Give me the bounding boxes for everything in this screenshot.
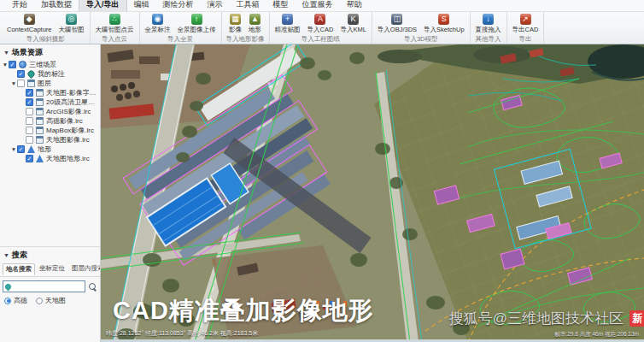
scene-panel-header[interactable]: ▼ 场景资源: [0, 44, 100, 60]
search-tab[interactable]: 地名搜索: [3, 263, 35, 275]
ribbon-group-buttons: ∴大疆智图点云: [93, 12, 137, 35]
ribbon-button[interactable]: ◫导入OBJ/3DS: [375, 13, 419, 35]
ribbon-button[interactable]: A导入CAD: [305, 13, 337, 35]
ribbon-button[interactable]: ∴大疆智图点云: [93, 13, 137, 35]
layer-checkbox[interactable]: [17, 80, 25, 87]
tree-item[interactable]: ✓天地图-影像字体w1(含标注服务...: [2, 88, 100, 97]
ribbon-group-caption: 导出: [510, 35, 542, 44]
search-tab[interactable]: 坐标定位: [37, 263, 67, 275]
ribbon-button[interactable]: ▦影像: [226, 13, 244, 35]
layer-checkbox[interactable]: [26, 136, 33, 144]
ribbon-group-caption: 导入3D模型: [375, 35, 467, 44]
tree-item[interactable]: ✓天地图地形.lrc: [2, 154, 100, 163]
layer-checkbox[interactable]: [26, 108, 33, 115]
ribbon-group: +精准贴图A导入CADK导入KML导入工程图纸: [270, 12, 372, 44]
ribbon-button-label: 地形: [249, 26, 261, 34]
tree-item[interactable]: ▼图层: [2, 79, 100, 88]
ribbon-tab-bar: 开始加载数据导入/导出编辑测绘分析演示工具箱模型位置服务帮助: [0, 0, 644, 12]
ribbon-button-label: 全景标注: [145, 26, 171, 34]
search-tab[interactable]: 图层内搜索: [69, 263, 101, 275]
search-icon[interactable]: [88, 282, 97, 292]
ribbon-tab[interactable]: 开始: [5, 0, 34, 11]
collapse-triangle-icon: ▼: [3, 50, 9, 56]
ribbon-button[interactable]: ▲地形: [246, 13, 264, 35]
radio-icon[interactable]: [4, 298, 11, 304]
screen-icon: [36, 117, 44, 125]
ribbon-button[interactable]: K导入KML: [337, 13, 368, 35]
search-provider-option[interactable]: 天地图: [36, 296, 66, 305]
tree-item-label: 天地图地形.lrc: [46, 154, 90, 163]
ribbon-button[interactable]: S导入SketchUp: [421, 13, 467, 35]
tree-item[interactable]: ▼✓地形: [2, 144, 100, 154]
ribbon-button-label: 导出CAD: [512, 26, 539, 34]
ribbon-button[interactable]: ↓直接拖入: [473, 13, 504, 35]
screen-icon: [36, 136, 44, 144]
screen-icon: [27, 80, 35, 87]
ribbon-tab[interactable]: 导入/导出: [79, 0, 127, 11]
import-sketchup-icon: S: [438, 14, 449, 25]
import-cad-icon: A: [314, 14, 325, 25]
search-panel-header[interactable]: ▼ 搜索: [0, 247, 100, 262]
tree-item[interactable]: ▼✓三维场景: [2, 60, 100, 69]
layer-checkbox[interactable]: [26, 117, 33, 125]
ribbon-button[interactable]: ◆ContextCapture: [4, 13, 55, 34]
tree-item[interactable]: ✓20级高清卫星影像.lrc: [2, 97, 100, 107]
layer-checkbox[interactable]: ✓: [26, 98, 33, 106]
ribbon-tab[interactable]: 模型: [266, 0, 296, 11]
tree-item-label: ArcGIS影像.lrc: [46, 107, 91, 116]
status-coordinates: 纬度:28.1262° 经度:113.0853° 高程:46.2米 视高:218…: [106, 329, 258, 338]
ribbon-button[interactable]: ↗导出CAD: [510, 13, 542, 35]
search-provider-option[interactable]: 高德: [4, 296, 27, 305]
tree-item-label: 天地图影像.lrc: [46, 135, 90, 144]
search-provider-radios: 高德天地图: [0, 294, 100, 310]
ribbon-tab[interactable]: 帮助: [340, 0, 369, 11]
tree-item[interactable]: ✓我的标注: [2, 69, 100, 79]
layer-checkbox[interactable]: ✓: [9, 61, 16, 68]
export-cad-icon: ↗: [520, 14, 531, 25]
ribbon-button[interactable]: ◉全景标注: [143, 13, 173, 35]
layer-tree: ▼✓三维场景✓我的标注▼图层✓天地图-影像字体w1(含标注服务...✓20级高清…: [0, 60, 100, 163]
ribbon-button-label: 大疆智图点云: [96, 26, 134, 34]
tree-item[interactable]: 高德影像.lrc: [2, 116, 100, 126]
ribbon-button[interactable]: ◎大疆智图: [56, 13, 87, 35]
import-obj-icon: ◫: [391, 14, 402, 25]
ribbon-tab[interactable]: 位置服务: [296, 0, 340, 11]
ribbon-group-buttons: ↗导出CAD: [510, 12, 542, 35]
provider-label: 高德: [14, 296, 27, 305]
ribbon-button-label: 导入CAD: [307, 26, 334, 34]
ribbon-button-label: 全景图像上传: [178, 26, 216, 34]
ribbon-tab[interactable]: 加载数据: [34, 0, 79, 11]
ribbon-tab[interactable]: 编辑: [127, 0, 156, 11]
ribbon-tab[interactable]: 工具箱: [230, 0, 266, 11]
ribbon-group-buttons: +精准贴图A导入CADK导入KML: [272, 12, 369, 35]
tree-item-label: 20级高清卫星影像.lrc: [46, 97, 100, 107]
ribbon-button[interactable]: ↑全景图像上传: [175, 13, 219, 35]
layer-checkbox[interactable]: ✓: [17, 145, 25, 153]
ribbon-button-label: 导入OBJ/3DS: [378, 26, 417, 34]
expander-icon[interactable]: ▼: [10, 146, 17, 152]
tree-item[interactable]: ArcGIS影像.lrc: [2, 107, 100, 116]
ribbon-group-buttons: ↓直接拖入: [473, 12, 504, 35]
layer-checkbox[interactable]: ✓: [26, 89, 33, 97]
map-headline-text: CAD精准叠加影像地形: [113, 294, 374, 328]
expander-icon[interactable]: ▼: [2, 62, 9, 68]
ribbon-button[interactable]: +精准贴图: [272, 13, 303, 35]
search-input[interactable]: [13, 283, 83, 291]
gis-application-window: 开始加载数据导入/导出编辑测绘分析演示工具箱模型位置服务帮助 ◆ContextC…: [0, 0, 644, 342]
tree-item-label: MapBox影像.lrc: [46, 126, 94, 135]
pano-mark-icon: ◉: [152, 14, 163, 25]
ribbon-tab[interactable]: 测绘分析: [156, 0, 201, 11]
expander-icon[interactable]: ▼: [10, 80, 17, 86]
map-viewport[interactable]: CAD精准叠加影像地形 搜狐号@三维地图技术社区 新 纬度:28.1262° 经…: [101, 44, 644, 342]
layer-checkbox[interactable]: ✓: [26, 155, 33, 162]
layer-checkbox[interactable]: ✓: [17, 70, 25, 78]
globe-icon: [19, 61, 26, 68]
pointcloud-icon: ∴: [109, 14, 120, 25]
radio-icon[interactable]: [36, 298, 43, 304]
tree-item[interactable]: MapBox影像.lrc: [2, 126, 100, 135]
ribbon-tab[interactable]: 演示: [201, 0, 230, 11]
ribbon-group-caption: 导入点云: [93, 35, 137, 44]
layer-checkbox[interactable]: [26, 127, 33, 134]
ribbon-group-buttons: ◆ContextCapture◎大疆智图: [4, 12, 87, 35]
tree-item[interactable]: 天地图影像.lrc: [2, 135, 100, 144]
